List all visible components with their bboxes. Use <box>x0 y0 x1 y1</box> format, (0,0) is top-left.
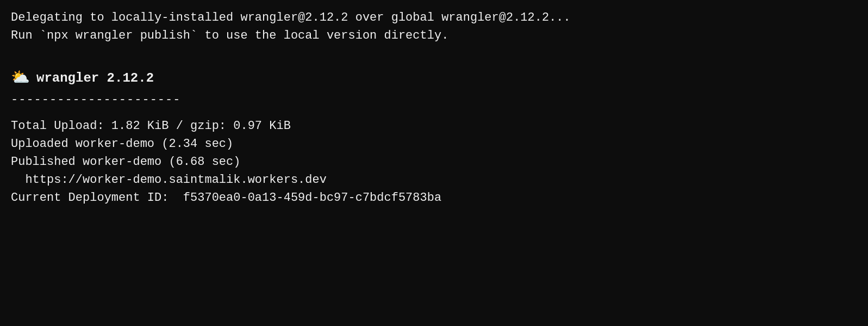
empty-line-1 <box>11 45 857 63</box>
uploaded-line: Uploaded worker-demo (2.34 sec) <box>11 135 857 153</box>
section-gap <box>11 111 857 117</box>
run-line: Run `npx wrangler publish` to use the lo… <box>11 27 857 45</box>
divider-line: ---------------------- <box>11 91 857 109</box>
wrangler-title: wrangler 2.12.2 <box>36 69 154 88</box>
url-line: https://worker-demo.saintmalik.workers.d… <box>11 171 857 189</box>
total-upload-line: Total Upload: 1.82 KiB / gzip: 0.97 KiB <box>11 117 857 135</box>
delegate-line: Delegating to locally-installed wrangler… <box>11 9 857 27</box>
terminal-output: Delegating to locally-installed wrangler… <box>11 9 857 207</box>
published-line: Published worker-demo (6.68 sec) <box>11 153 857 171</box>
wrangler-emoji: ⛅ <box>11 67 30 90</box>
deployment-id-line: Current Deployment ID: f5370ea0-0a13-459… <box>11 189 857 207</box>
wrangler-header: ⛅ wrangler 2.12.2 <box>11 67 857 90</box>
